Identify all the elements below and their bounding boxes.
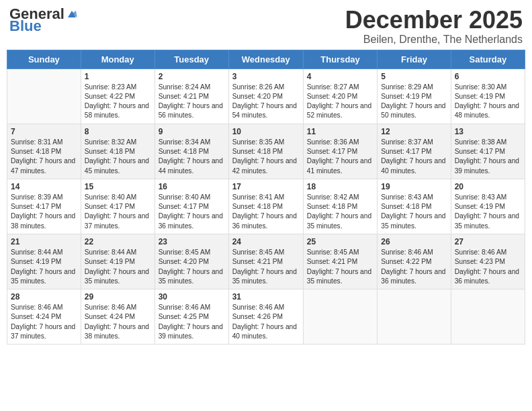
day-number: 23 [159, 237, 225, 246]
cell-content: Sunrise: 8:27 AMSunset: 4:20 PMDaylight:… [307, 83, 373, 121]
cell-content: Sunrise: 8:45 AMSunset: 4:20 PMDaylight:… [159, 248, 225, 286]
day-number: 1 [85, 72, 151, 81]
calendar-cell: 21Sunrise: 8:44 AMSunset: 4:19 PMDayligh… [7, 234, 81, 289]
calendar-week-row: 14Sunrise: 8:39 AMSunset: 4:17 PMDayligh… [7, 179, 525, 234]
calendar-cell: 7Sunrise: 8:31 AMSunset: 4:18 PMDaylight… [7, 124, 81, 179]
weekday-header-saturday: Saturday [451, 50, 525, 68]
day-number: 22 [85, 237, 151, 246]
cell-content: Sunrise: 8:43 AMSunset: 4:19 PMDaylight:… [455, 193, 521, 231]
day-number: 29 [85, 292, 151, 302]
weekday-header-sunday: Sunday [7, 50, 81, 68]
cell-content: Sunrise: 8:40 AMSunset: 4:17 PMDaylight:… [159, 193, 225, 231]
calendar-cell [7, 68, 81, 124]
calendar-cell: 23Sunrise: 8:45 AMSunset: 4:20 PMDayligh… [154, 234, 228, 289]
day-number: 16 [159, 182, 225, 191]
location: Beilen, Drenthe, The Netherlands [345, 34, 523, 46]
calendar-cell: 13Sunrise: 8:38 AMSunset: 4:17 PMDayligh… [451, 124, 525, 179]
cell-content: Sunrise: 8:44 AMSunset: 4:19 PMDaylight:… [11, 248, 77, 286]
cell-content: Sunrise: 8:44 AMSunset: 4:19 PMDaylight:… [85, 248, 151, 286]
day-number: 14 [11, 182, 77, 191]
day-number: 27 [455, 237, 521, 246]
cell-content: Sunrise: 8:45 AMSunset: 4:21 PMDaylight:… [307, 248, 373, 286]
calendar-cell: 4Sunrise: 8:27 AMSunset: 4:20 PMDaylight… [303, 68, 377, 124]
cell-content: Sunrise: 8:38 AMSunset: 4:17 PMDaylight:… [455, 138, 521, 176]
cell-content: Sunrise: 8:37 AMSunset: 4:17 PMDaylight:… [381, 138, 447, 176]
cell-content: Sunrise: 8:46 AMSunset: 4:23 PMDaylight:… [455, 248, 521, 286]
calendar-cell: 12Sunrise: 8:37 AMSunset: 4:17 PMDayligh… [378, 124, 451, 179]
calendar-cell: 26Sunrise: 8:46 AMSunset: 4:22 PMDayligh… [378, 234, 451, 289]
calendar-cell: 25Sunrise: 8:45 AMSunset: 4:21 PMDayligh… [303, 234, 377, 289]
day-number: 28 [11, 292, 77, 302]
title-block: December 2025 Beilen, Drenthe, The Nethe… [345, 7, 523, 46]
weekday-header-monday: Monday [81, 50, 154, 68]
cell-content: Sunrise: 8:36 AMSunset: 4:17 PMDaylight:… [307, 138, 373, 176]
calendar-cell: 19Sunrise: 8:43 AMSunset: 4:18 PMDayligh… [378, 179, 451, 234]
cell-content: Sunrise: 8:46 AMSunset: 4:25 PMDaylight:… [159, 303, 225, 341]
cell-content: Sunrise: 8:31 AMSunset: 4:18 PMDaylight:… [11, 138, 77, 176]
weekday-header-thursday: Thursday [303, 50, 377, 68]
calendar-cell: 24Sunrise: 8:45 AMSunset: 4:21 PMDayligh… [228, 234, 303, 289]
calendar-cell: 22Sunrise: 8:44 AMSunset: 4:19 PMDayligh… [81, 234, 154, 289]
calendar-week-row: 21Sunrise: 8:44 AMSunset: 4:19 PMDayligh… [7, 234, 525, 289]
cell-content: Sunrise: 8:46 AMSunset: 4:22 PMDaylight:… [381, 248, 447, 286]
cell-content: Sunrise: 8:45 AMSunset: 4:21 PMDaylight:… [232, 248, 300, 286]
calendar-cell [378, 289, 451, 345]
cell-content: Sunrise: 8:46 AMSunset: 4:24 PMDaylight:… [11, 303, 77, 341]
calendar-cell [303, 289, 377, 345]
cell-content: Sunrise: 8:40 AMSunset: 4:17 PMDaylight:… [85, 193, 151, 231]
day-number: 13 [455, 127, 521, 136]
day-number: 30 [159, 292, 225, 302]
calendar-cell [451, 289, 525, 345]
calendar-cell: 9Sunrise: 8:34 AMSunset: 4:18 PMDaylight… [154, 124, 228, 179]
day-number: 6 [455, 72, 521, 81]
calendar-cell: 1Sunrise: 8:23 AMSunset: 4:22 PMDaylight… [81, 68, 154, 124]
calendar-cell: 30Sunrise: 8:46 AMSunset: 4:25 PMDayligh… [154, 289, 228, 345]
calendar-cell: 29Sunrise: 8:46 AMSunset: 4:24 PMDayligh… [81, 289, 154, 345]
cell-content: Sunrise: 8:42 AMSunset: 4:18 PMDaylight:… [307, 193, 373, 231]
day-number: 9 [159, 127, 225, 136]
calendar-cell: 18Sunrise: 8:42 AMSunset: 4:18 PMDayligh… [303, 179, 377, 234]
calendar-cell: 2Sunrise: 8:24 AMSunset: 4:21 PMDaylight… [154, 68, 228, 124]
day-number: 19 [381, 182, 447, 191]
day-number: 26 [381, 237, 447, 246]
day-number: 24 [232, 237, 300, 246]
calendar-cell: 15Sunrise: 8:40 AMSunset: 4:17 PMDayligh… [81, 179, 154, 234]
day-number: 21 [11, 237, 77, 246]
cell-content: Sunrise: 8:24 AMSunset: 4:21 PMDaylight:… [159, 83, 225, 121]
cell-content: Sunrise: 8:35 AMSunset: 4:18 PMDaylight:… [232, 138, 300, 176]
month-title: December 2025 [345, 7, 523, 34]
weekday-header-wednesday: Wednesday [228, 50, 303, 68]
cell-content: Sunrise: 8:32 AMSunset: 4:18 PMDaylight:… [85, 138, 151, 176]
calendar-cell: 5Sunrise: 8:29 AMSunset: 4:19 PMDaylight… [378, 68, 451, 124]
weekday-header-friday: Friday [378, 50, 451, 68]
calendar-cell: 17Sunrise: 8:41 AMSunset: 4:18 PMDayligh… [228, 179, 303, 234]
cell-content: Sunrise: 8:39 AMSunset: 4:17 PMDaylight:… [11, 193, 77, 231]
day-number: 8 [85, 127, 151, 136]
day-number: 3 [232, 72, 300, 81]
logo-blue: Blue [9, 19, 79, 34]
cell-content: Sunrise: 8:29 AMSunset: 4:19 PMDaylight:… [381, 83, 447, 121]
day-number: 20 [455, 182, 521, 191]
day-number: 7 [11, 127, 77, 136]
cell-content: Sunrise: 8:30 AMSunset: 4:19 PMDaylight:… [455, 83, 521, 121]
day-number: 31 [232, 292, 300, 302]
day-number: 2 [159, 72, 225, 81]
calendar-cell: 8Sunrise: 8:32 AMSunset: 4:18 PMDaylight… [81, 124, 154, 179]
day-number: 11 [307, 127, 373, 136]
day-number: 10 [232, 127, 300, 136]
day-number: 18 [307, 182, 373, 191]
cell-content: Sunrise: 8:43 AMSunset: 4:18 PMDaylight:… [381, 193, 447, 231]
cell-content: Sunrise: 8:46 AMSunset: 4:26 PMDaylight:… [232, 303, 300, 341]
day-number: 17 [232, 182, 300, 191]
cell-content: Sunrise: 8:41 AMSunset: 4:18 PMDaylight:… [232, 193, 300, 231]
calendar-week-row: 7Sunrise: 8:31 AMSunset: 4:18 PMDaylight… [7, 124, 525, 179]
calendar-cell: 31Sunrise: 8:46 AMSunset: 4:26 PMDayligh… [228, 289, 303, 345]
page-header: General Blue December 2025 Beilen, Drent… [7, 7, 525, 46]
calendar-cell: 16Sunrise: 8:40 AMSunset: 4:17 PMDayligh… [154, 179, 228, 234]
calendar-week-row: 28Sunrise: 8:46 AMSunset: 4:24 PMDayligh… [7, 289, 525, 345]
cell-content: Sunrise: 8:34 AMSunset: 4:18 PMDaylight:… [159, 138, 225, 176]
day-number: 5 [381, 72, 447, 81]
cell-content: Sunrise: 8:26 AMSunset: 4:20 PMDaylight:… [232, 83, 300, 121]
day-number: 12 [381, 127, 447, 136]
calendar-week-row: 1Sunrise: 8:23 AMSunset: 4:22 PMDaylight… [7, 68, 525, 124]
